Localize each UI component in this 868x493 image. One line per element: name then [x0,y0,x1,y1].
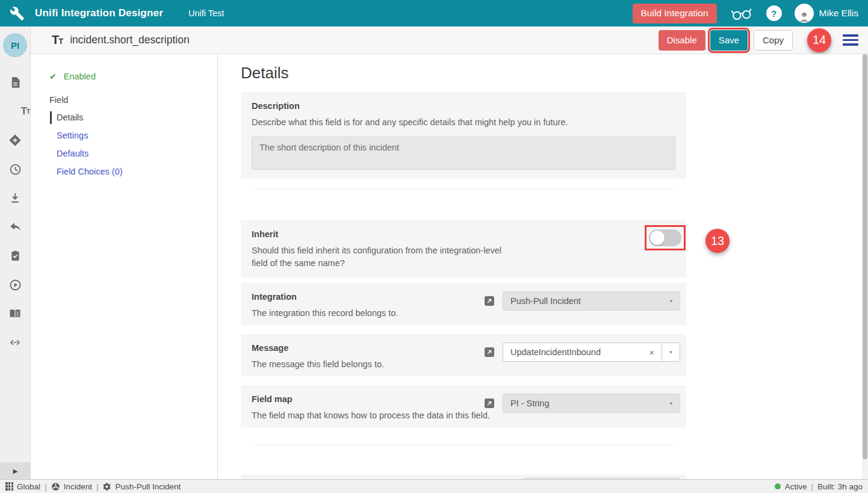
icon-sidebar: PI TT [0,26,31,479]
menu-icon[interactable] [843,34,858,46]
copy-button[interactable]: Copy [754,30,793,51]
details-pane: Details Description Describe what this f… [219,54,862,479]
scrollbar-thumb[interactable] [863,54,867,459]
message-combobox[interactable]: UpdateIncidentInbound × ▼ [503,343,680,362]
message-field-card: Message The message this field belongs t… [241,334,686,376]
integration-select[interactable]: Push-Pull Incident ▼ [503,291,680,311]
record-toolbar: TT incident.short_description Disable Sa… [31,26,868,54]
toggle-knob [650,231,665,245]
annotation-highlight-box [645,225,686,250]
app-title: Unifi Integration Designer [35,7,163,19]
save-button[interactable]: Save [710,30,748,51]
field-map-select[interactable]: PI - String ▼ [503,394,680,413]
nav-item-settings[interactable]: Settings [49,130,217,141]
inherit-help: Should this field inherit its configurat… [252,244,510,270]
chevron-down-icon[interactable]: ▼ [662,343,680,361]
grid-icon [5,482,13,490]
workspace-name: Unifi Test [188,8,224,18]
integration-field-card: Integration The integration this record … [241,283,686,325]
open-record-icon[interactable] [485,347,494,357]
active-status-label: Active [785,482,807,491]
description-label: Description [252,101,675,111]
page-title: Details [241,64,686,82]
document-icon[interactable] [8,75,22,90]
chevron-down-icon: ▼ [669,299,674,304]
disable-button[interactable]: Disable [659,30,705,51]
history-icon[interactable] [8,162,22,176]
wrench-icon [10,6,25,21]
incident-icon [51,482,60,491]
nav-item-details[interactable]: Details [49,112,217,123]
inherit-toggle[interactable] [649,229,681,246]
inherit-field-card: Inherit Should this field inherit its co… [241,220,686,278]
open-record-icon[interactable] [485,398,494,408]
user-avatar [795,4,814,23]
check-icon: ✔ [49,72,57,81]
sidebar-expand-button[interactable]: ▶ [0,462,31,479]
reply-icon[interactable] [8,220,22,234]
run-play-icon[interactable] [8,278,22,292]
nav-section-field: Field [49,95,217,105]
tasks-clipboard-icon[interactable] [8,249,22,263]
field-map-card: Field map The field map that knows how t… [241,385,686,427]
clear-icon[interactable]: × [642,347,662,358]
built-timestamp: Built: 3h ago [817,482,863,491]
preview-glasses-icon[interactable] [730,5,754,22]
clipped-field-card [241,474,686,479]
description-input[interactable]: The short description of this incident [252,137,675,170]
integration-crumb[interactable]: Push-Pull Incident [102,482,181,491]
app-window: Unifi Integration Designer Unifi Test Bu… [0,0,868,493]
description-help: Describe what this field is for and any … [252,116,675,129]
user-menu[interactable]: Mike Ellis [795,4,858,23]
download-icon[interactable] [8,191,22,205]
divider [253,445,674,445]
inherit-label: Inherit [252,229,675,239]
top-app-bar: Unifi Integration Designer Unifi Test Bu… [0,0,868,26]
build-integration-button[interactable]: Build Integration [633,4,717,23]
nav-item-field-choices[interactable]: Field Choices (0) [49,166,217,178]
chevron-down-icon: ▼ [669,401,674,406]
integration-diamond-icon[interactable] [8,133,22,147]
user-name: Mike Ellis [819,8,858,19]
description-field-card: Description Describe what this field is … [241,92,686,179]
field-type-icon[interactable]: TT [19,104,33,119]
documentation-book-icon[interactable] [8,306,22,321]
record-nav-panel: ✔ Enabled Field Details Settings Default… [31,54,218,479]
annotation-step-13-badge: 13 [705,229,730,253]
help-icon[interactable]: ? [766,5,782,21]
enabled-status: ✔ Enabled [49,72,217,81]
code-icon[interactable] [8,335,22,350]
active-status-dot [775,483,781,489]
gear-icon [102,482,111,491]
table-crumb[interactable]: Incident [51,482,92,491]
open-record-icon[interactable] [485,296,494,306]
field-type-icon: TT [52,33,63,47]
record-title: incident.short_description [70,34,189,46]
nav-item-defaults[interactable]: Defaults [49,148,217,160]
enabled-label: Enabled [64,72,96,81]
divider [253,189,674,190]
annotation-step-14-badge: 14 [807,28,831,52]
scope-crumb[interactable]: Global [5,482,40,491]
status-bar: Global | Incident | Push-Pull Incident A… [0,479,868,493]
scrollbar-track[interactable] [862,54,868,479]
integration-avatar: PI [3,33,27,57]
